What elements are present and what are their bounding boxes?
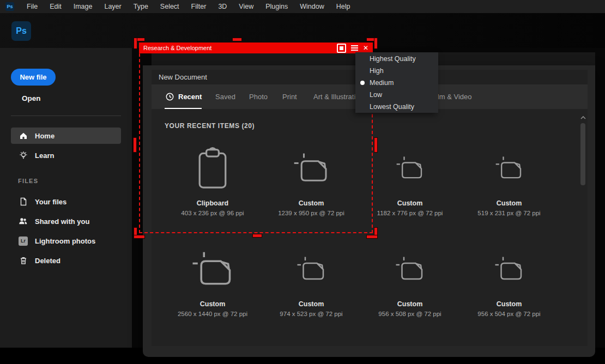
item-name: Custom: [460, 300, 558, 308]
open-button[interactable]: Open: [22, 94, 41, 102]
sidebar-item-your-files[interactable]: Your files: [11, 193, 121, 210]
menu-bar: Ps File Edit Image Layer Type Select Fil…: [0, 0, 605, 13]
menu-help[interactable]: Help: [330, 0, 356, 13]
lightbulb-icon: [19, 151, 28, 160]
item-dimensions: 2560 x 1440 px @ 72 ppi: [164, 311, 262, 317]
trash-icon: [19, 256, 28, 265]
item-dimensions: 974 x 523 px @ 72 ppi: [262, 311, 360, 317]
sidebar-item-lightroom-photos[interactable]: Lr Lightroom photos: [11, 233, 121, 249]
handle-bottom-right[interactable]: [367, 235, 377, 238]
menu-items: File Edit Image Layer Type Select Filter…: [21, 0, 356, 13]
ps-app-icon: Ps: [5, 2, 14, 11]
recent-item-custom[interactable]: Custom 956 x 504 px @ 72 ppi: [460, 242, 558, 324]
handle-top-left[interactable]: [134, 38, 137, 48]
menu-item-medium[interactable]: Medium: [355, 77, 438, 89]
sidebar-item-label: Home: [35, 132, 55, 140]
handle-middle-left[interactable]: [134, 138, 136, 152]
item-dimensions: 519 x 231 px @ 72 ppi: [460, 210, 558, 216]
recent-item-custom[interactable]: Custom 956 x 508 px @ 72 ppi: [361, 242, 459, 324]
scrollbar-up-arrow[interactable]: [580, 116, 586, 120]
item-dimensions: 1182 x 776 px @ 72 ppi: [361, 210, 459, 216]
menu-edit[interactable]: Edit: [44, 0, 68, 13]
sidebar-item-label: Shared with you: [35, 217, 89, 226]
people-icon: [19, 217, 28, 226]
scrollbar-thumb[interactable]: [580, 123, 585, 185]
menu-item-lowest-quality[interactable]: Lowest Quality: [355, 101, 438, 113]
sidebar-item-learn[interactable]: Learn: [11, 147, 121, 163]
overlay-title: Research & Development: [143, 45, 211, 51]
handle-top-middle[interactable]: [233, 38, 241, 41]
handle-bottom-middle[interactable]: [253, 234, 262, 237]
item-name: Custom: [361, 300, 459, 308]
home-sidebar: New file Open Home Learn FILES Y: [0, 48, 132, 348]
menu-3d[interactable]: 3D: [212, 0, 233, 13]
overlay-title-bar[interactable]: Research & Development ✕: [139, 43, 373, 53]
menu-select[interactable]: Select: [154, 0, 185, 13]
photoshop-app-window: Ps File Edit Image Layer Type Select Fil…: [0, 0, 605, 364]
menu-filter[interactable]: Filter: [185, 0, 213, 13]
item-name: Custom: [164, 300, 262, 308]
files-section-label: FILES: [18, 178, 38, 184]
menu-type[interactable]: Type: [128, 0, 154, 13]
quality-dropdown-menu: Highest Quality High Medium Low Lowest Q…: [355, 52, 438, 113]
item-name: Custom: [460, 199, 558, 207]
menu-window[interactable]: Window: [294, 0, 330, 13]
handle-top-right[interactable]: [374, 38, 377, 48]
menu-item-high[interactable]: High: [355, 65, 438, 77]
menu-item-low[interactable]: Low: [355, 89, 438, 101]
custom-document-icon: [262, 242, 360, 295]
sidebar-item-label: Your files: [35, 198, 66, 206]
item-dimensions: 956 x 504 px @ 72 ppi: [460, 311, 558, 317]
sidebar-item-home[interactable]: Home: [11, 128, 121, 144]
menu-layer[interactable]: Layer: [98, 0, 127, 13]
custom-document-icon: [361, 242, 459, 295]
menu-image[interactable]: Image: [68, 0, 99, 13]
capture-button[interactable]: [337, 44, 346, 53]
item-dimensions: 956 x 508 px @ 72 ppi: [361, 311, 459, 317]
overlay-menu-icon[interactable]: [351, 45, 358, 51]
document-icon: [19, 197, 28, 207]
sidebar-item-shared-with-you[interactable]: Shared with you: [11, 213, 121, 229]
overlay-buttons: ✕: [337, 44, 368, 53]
sidebar-item-label: Deleted: [35, 257, 60, 265]
sidebar-item-deleted[interactable]: Deleted: [11, 252, 121, 269]
lightroom-icon: Lr: [19, 236, 28, 246]
menu-plugins[interactable]: Plugins: [259, 0, 294, 13]
menu-view[interactable]: View: [233, 0, 259, 13]
capture-region-rectangle[interactable]: Research & Development ✕: [139, 43, 373, 233]
sidebar-divider: [11, 116, 121, 116]
sidebar-item-label: Learn: [35, 151, 54, 160]
recent-item-custom[interactable]: Custom 2560 x 1440 px @ 72 ppi: [164, 242, 262, 324]
recent-item-custom[interactable]: Custom 974 x 523 px @ 72 ppi: [262, 242, 360, 324]
item-name: Custom: [361, 199, 459, 207]
menu-item-highest-quality[interactable]: Highest Quality: [355, 53, 438, 65]
selected-bullet-icon: [360, 81, 365, 85]
recent-item-custom[interactable]: Custom 519 x 231 px @ 72 ppi: [460, 142, 558, 223]
handle-bottom-left[interactable]: [134, 235, 144, 238]
handle-middle-right[interactable]: [374, 138, 377, 152]
new-file-button[interactable]: New file: [11, 69, 56, 86]
custom-document-icon: [460, 242, 558, 295]
item-name: Custom: [262, 300, 360, 308]
custom-document-icon: [164, 242, 262, 295]
photoshop-logo: Ps: [11, 21, 31, 41]
close-icon[interactable]: ✕: [363, 45, 368, 51]
home-icon: [19, 131, 28, 141]
menu-file[interactable]: File: [21, 0, 44, 13]
sidebar-item-label: Lightroom photos: [35, 237, 95, 245]
custom-document-icon: [460, 142, 558, 194]
recent-item-custom[interactable]: Custom 1182 x 776 px @ 72 ppi: [361, 142, 459, 223]
